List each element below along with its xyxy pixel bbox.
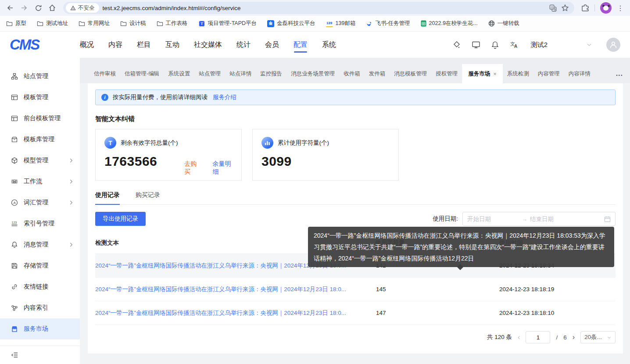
tab-site-detail[interactable]: 站点详情 [225, 64, 256, 83]
bookmark-star-icon[interactable] [561, 4, 569, 12]
tab-service-market[interactable]: 服务市场× [462, 64, 503, 83]
bookmark-folder[interactable]: 设计稿 [120, 20, 146, 27]
notification-bell-icon[interactable] [491, 41, 499, 49]
chevron-down-icon[interactable] [586, 42, 592, 48]
next-page-icon[interactable]: › [573, 333, 575, 341]
tab-more-icon[interactable]: ... [609, 64, 630, 83]
tab-mailbox-edit[interactable]: 信箱管理-编辑 [120, 64, 164, 83]
prev-page-icon[interactable]: ‹ [518, 333, 520, 341]
translate-icon[interactable]: G文 [549, 4, 557, 12]
buy-link[interactable]: 去购买 [184, 160, 199, 176]
nav-system[interactable]: 系统 [322, 32, 336, 58]
bookmark-folder[interactable]: 测试地址 [37, 20, 68, 27]
reload-icon[interactable] [32, 2, 44, 14]
sidebar-item-content-index[interactable]: 内容索引 [0, 297, 80, 318]
site-switcher[interactable]: 测试2 [531, 41, 548, 49]
tab-monitor-report[interactable]: 监控报告 [256, 64, 286, 83]
start-date-input[interactable] [467, 216, 519, 222]
calendar-icon[interactable] [604, 216, 611, 222]
tab-site-management[interactable]: 站点管理 [194, 64, 225, 83]
date-range-picker[interactable]: → [462, 212, 616, 226]
security-chip[interactable]: 不安全 [66, 3, 99, 13]
detect-text-link[interactable]: 2024“一带一路”金枢纽网络国际传播活动在浙江义乌举行来源：央视网｜2024年… [95, 285, 375, 293]
forward-icon[interactable] [18, 2, 30, 14]
svg-text:A: A [13, 201, 16, 205]
billing-banner: i 按实际用量付费，使用前请详细阅读 服务介绍 [95, 89, 616, 105]
tab-message-template[interactable]: 消息模板管理 [390, 64, 431, 83]
tab-authorization[interactable]: 授权管理 [431, 64, 462, 83]
back-icon[interactable] [4, 2, 16, 14]
bookmark-folder[interactable]: 常用网址 [79, 20, 110, 27]
close-icon[interactable]: × [493, 71, 497, 77]
bookmark-folder[interactable]: 工作表格 [157, 20, 188, 27]
tab-outbox[interactable]: 发件箱 [365, 64, 390, 83]
tab-usage-records[interactable]: 使用记录 [95, 191, 120, 204]
tab-inbox[interactable]: 收件箱 [339, 64, 365, 83]
sidebar-item-index-number[interactable]: 123 索引号管理 [0, 213, 80, 234]
export-usage-button[interactable]: 导出使用记录 [95, 212, 146, 226]
sidebar-item-vocabulary[interactable]: A 词汇管理 [0, 192, 80, 213]
clean-cache-icon[interactable] [452, 40, 461, 49]
tab-system-check[interactable]: 系统检测 [503, 64, 533, 83]
sidebar-item-site-management[interactable]: 站点管理 [0, 66, 80, 87]
nav-overview[interactable]: 概况 [80, 32, 94, 58]
tooltip-text: 2024“一带一路”金枢纽网络国际传播活动在浙江义乌举行来源：央视网｜2024年… [314, 232, 605, 262]
service-intro-link[interactable]: 服务介绍 [213, 93, 236, 101]
address-bar[interactable]: 不安全 test.x2.jeecms.com/admin/index.html#… [63, 2, 574, 14]
end-date-input[interactable] [530, 216, 582, 222]
preview-monitor-icon[interactable] [472, 40, 480, 49]
tab-content-management[interactable]: 内容管理 [533, 64, 564, 83]
sidebar-item-template-management[interactable]: 模板管理 [0, 87, 80, 108]
chevron-right-icon [68, 158, 74, 163]
page-input[interactable] [526, 331, 550, 343]
text-service-icon: T [104, 137, 116, 149]
bookmark-139mail[interactable]: 139139邮箱 [326, 20, 356, 27]
main-nav: 概况 内容 栏目 互动 社交媒体 统计 会员 配置 系统 [80, 32, 336, 58]
nav-statistics[interactable]: 统计 [236, 32, 251, 58]
bookmark-folder[interactable]: 原型 [6, 20, 26, 27]
nav-content[interactable]: 内容 [108, 32, 122, 58]
nav-interaction[interactable]: 互动 [165, 32, 179, 58]
sidebar: 站点管理 模板管理 前台模板管理 模板库管理 模型管理 工作流 A 词汇管理 [0, 58, 80, 364]
tab-system-settings[interactable]: 系统设置 [164, 64, 194, 83]
sidebar-item-model-management[interactable]: 模型管理 [0, 150, 80, 171]
tab-purchase-records[interactable]: 购买记录 [136, 191, 160, 204]
home-icon[interactable] [47, 2, 58, 14]
browser-menu-icon[interactable]: ⋮ [617, 4, 624, 12]
nav-members[interactable]: 会员 [265, 32, 279, 58]
user-avatar[interactable] [606, 38, 620, 52]
nav-social[interactable]: 社交媒体 [194, 32, 222, 58]
sidebar-item-front-template-management[interactable]: 前台模板管理 [0, 108, 80, 129]
detect-text-link[interactable]: 2024“一带一路”金枢纽网络国际传播活动在浙江义乌举行来源：央视网｜2024年… [95, 309, 375, 317]
bookmark-tapd[interactable]: T项目管理-TAPD平台 [198, 20, 257, 27]
template-icon [11, 94, 18, 101]
language-icon[interactable]: 文A [510, 40, 519, 49]
url-text[interactable]: test.x2.jeecms.com/admin/index.html#/con… [103, 5, 546, 11]
nodes-icon [11, 304, 18, 311]
collapse-sidebar-icon[interactable] [11, 351, 18, 359]
nav-config[interactable]: 配置 [294, 32, 308, 58]
bookmark-repost[interactable]: 一键转载 [488, 20, 519, 27]
bookmark-sheet[interactable]: 2022.9在校学生花... [421, 20, 478, 27]
bookmark-jinlei[interactable]: 金金磊科技云平台 [267, 20, 315, 27]
link-icon [11, 283, 18, 290]
sidebar-item-service-market[interactable]: 服务市场 [0, 318, 80, 339]
sidebar-item-workflow[interactable]: 工作流 [0, 171, 80, 192]
info-icon: i [101, 94, 108, 101]
tab-letter-review[interactable]: 信件审核 [89, 64, 120, 83]
sidebar-item-message-management[interactable]: 消息管理 [0, 234, 80, 255]
page-size-select[interactable]: 20条... [580, 331, 616, 343]
sidebar-item-friend-links[interactable]: 友情链接 [0, 276, 80, 297]
sidebar-item-template-library[interactable]: 模板库管理 [0, 129, 80, 150]
nav-channel[interactable]: 栏目 [137, 32, 151, 58]
bell-icon [11, 241, 18, 248]
extensions-icon[interactable] [581, 4, 589, 12]
tab-content-detail[interactable]: 内容详情 [564, 64, 595, 83]
tab-message-scene[interactable]: 消息业务场景管理 [286, 64, 339, 83]
bookmark-feishu[interactable]: 飞书-任务管理 [366, 20, 410, 27]
balance-detail-link[interactable]: 余量明细 [212, 160, 233, 176]
chevron-right-icon [68, 179, 74, 184]
profile-avatar[interactable] [600, 2, 612, 14]
chars-used: 145 [375, 286, 499, 293]
sidebar-item-storage[interactable]: 存储管理 [0, 255, 80, 276]
